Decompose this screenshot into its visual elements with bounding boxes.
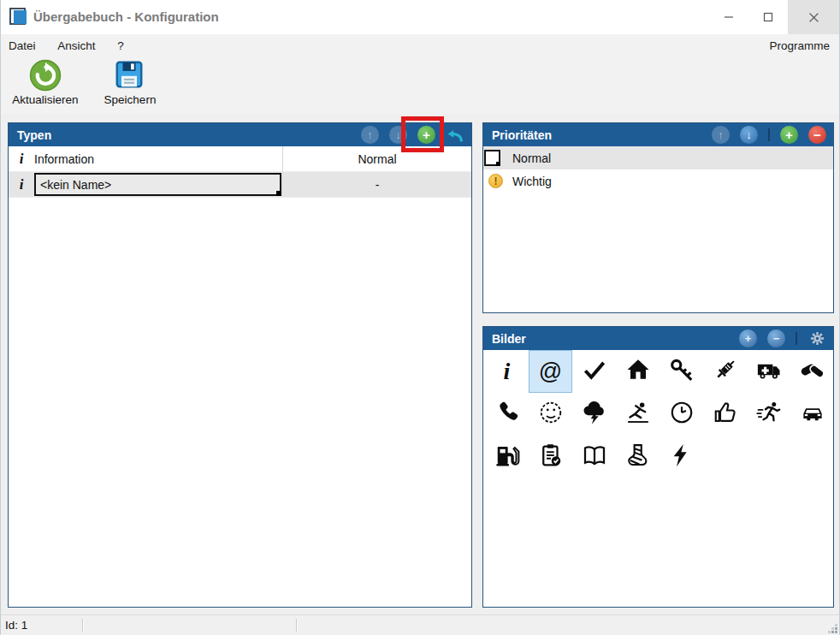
prioritaeten-move-up-button[interactable]: ↑ [712,126,730,144]
menu-help[interactable]: ? [108,34,133,57]
bilder-cell-info[interactable]: i [485,350,529,393]
fuel-pump-icon [494,442,520,472]
ambulance-icon [756,357,782,386]
typen-name-edit-box[interactable]: <kein Name> [34,173,281,196]
prioritaeten-label: Wichtig [512,175,552,188]
resize-grip[interactable] [835,631,837,633]
bilder-cell-ambulance[interactable] [747,350,790,393]
storm-icon [582,400,607,429]
menu-ansicht[interactable]: Ansicht [48,34,104,57]
typen-priority-cell[interactable]: - [282,172,471,197]
maximize-button[interactable] [748,0,788,34]
prioritaeten-header-buttons: ↑↓+− [712,126,833,144]
bilder-cell-check[interactable] [572,350,616,393]
bilder-cell-clock[interactable] [660,393,703,436]
bilder-cell-car[interactable] [790,393,834,436]
bilder-cell-phone[interactable] [485,393,529,436]
minimize-button[interactable] [709,0,748,34]
bilder-header-buttons: +− [739,329,833,347]
typen-name-cell: Information [34,146,282,171]
bilder-cell-smiley[interactable] [529,393,572,436]
refresh-icon [29,59,62,92]
prioritaeten-move-down-button[interactable]: ↓ [740,126,758,144]
refresh-button[interactable]: Aktualisieren [4,59,86,106]
menu-datei[interactable]: Datei [1,34,45,57]
bilder-cell-pills[interactable] [790,350,834,393]
typen-move-up-button[interactable]: ↑ [361,126,379,144]
prioritaeten-remove-button[interactable]: − [808,126,826,144]
bilder-panel-header: Bilder +− [483,327,833,350]
bilder-cell-storm[interactable] [572,393,616,436]
prioritaeten-rows: Normal!Wichtig [483,146,833,193]
typen-header-buttons: ↑↓+ [361,126,471,144]
save-label: Speichern [104,93,157,106]
edit-box-handle[interactable] [276,191,281,196]
prioritaeten-label: Normal [512,151,551,165]
typen-move-down-button[interactable]: ↓ [389,126,407,144]
car-icon [800,400,825,429]
thumbs-up-icon [713,400,738,429]
info-icon: i [504,358,511,385]
typen-undo-button[interactable] [446,126,464,144]
app-icon [9,8,30,27]
bilder-cell-syringe[interactable] [703,350,747,393]
typen-panel-title: Typen [17,128,51,142]
prioritaeten-separator [768,128,770,141]
prioritaeten-row[interactable]: Normal [483,146,833,169]
toolbar: Aktualisieren Speichern [1,57,839,114]
bilder-cell-at[interactable]: @ [529,350,572,393]
statusbar-separator [296,619,297,632]
bilder-cell-clipboard-check[interactable] [529,436,572,478]
syringe-icon [713,357,738,386]
bilder-separator [796,332,797,345]
at-icon: @ [539,359,562,385]
bilder-cell-key[interactable] [660,350,703,393]
bilder-panel-title: Bilder [492,332,526,346]
bilder-remove-button[interactable]: − [767,329,785,347]
bilder-add-button[interactable]: + [739,329,757,347]
selection-handle[interactable] [496,162,500,166]
typen-name-label: Information [34,152,94,166]
typen-row[interactable]: i<kein Name>- [9,172,471,198]
pills-icon [800,357,825,386]
menu-programme[interactable]: Programme [766,34,833,57]
phone-icon [494,400,520,429]
typen-row[interactable]: iInformationNormal [9,146,471,172]
typen-add-button[interactable]: + [417,126,435,144]
prioritaeten-row[interactable]: !Wichtig [483,169,833,193]
save-icon [114,59,146,92]
prioritaeten-panel-header: Prioritäten ↑↓+− [483,123,833,146]
bilder-cell-runner[interactable] [747,393,790,436]
info-icon: i [9,146,34,171]
typen-priority-cell[interactable]: Normal [282,146,471,171]
refresh-label: Aktualisieren [12,93,78,106]
bilder-cell-fuel-pump[interactable] [485,436,529,478]
bilder-cell-lightning[interactable] [660,436,703,478]
statusbar: Id: 1 [1,614,839,635]
warning-icon: ! [488,174,503,188]
bilder-settings-button[interactable] [807,329,826,347]
bilder-cell-foot-cast[interactable] [616,436,660,478]
window-controls [709,0,839,34]
prioritaeten-icon-cell [483,150,512,166]
menubar: Datei Ansicht ? Programme [1,34,839,57]
bilder-cell-house[interactable] [616,350,660,393]
typen-panel-header: Typen ↑↓+ [9,123,471,146]
bilder-cell-open-book[interactable] [572,436,616,478]
save-button[interactable]: Speichern [95,59,165,106]
status-id-label: Id: 1 [5,615,27,635]
bilder-cell-thumbs-up[interactable] [703,393,747,436]
bilder-cell-slip-fall[interactable] [616,393,660,436]
close-button[interactable] [788,0,839,34]
prioritaeten-add-button[interactable]: + [780,126,798,144]
open-book-icon [582,442,607,472]
house-icon [625,357,651,386]
check-icon [582,357,607,386]
smiley-icon [538,400,564,429]
typen-rows: iInformationNormali<kein Name>- [9,146,471,198]
blank-image-icon[interactable] [484,150,500,166]
bilder-panel: Bilder +− i@ [482,326,834,608]
typen-name-edit-value: <kein Name> [40,178,111,192]
foot-cast-icon [625,442,651,472]
titlebar: Übergabebuch - Konfiguration [1,0,839,34]
